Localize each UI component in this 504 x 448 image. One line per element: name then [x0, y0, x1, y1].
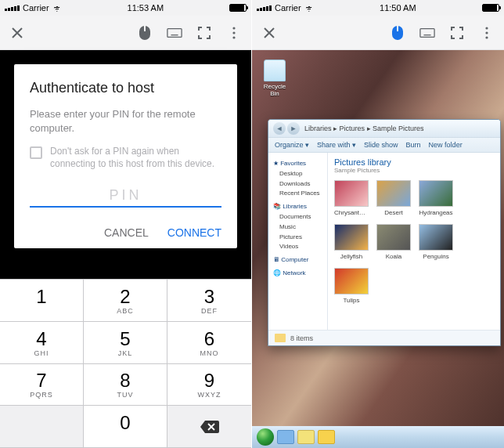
- svg-rect-1: [144, 25, 146, 31]
- thumbnail-caption: Chrysanthemum: [334, 209, 369, 216]
- taskbar-icon[interactable]: [297, 430, 315, 444]
- connect-button[interactable]: CONNECT: [167, 226, 221, 239]
- clock: 11:50 AM: [380, 3, 416, 13]
- recycle-bin-label: Recycle Bin: [261, 83, 288, 97]
- thumbnail-caption: Jellyfish: [334, 253, 369, 260]
- keypad-0[interactable]: 0: [84, 406, 167, 448]
- forward-button[interactable]: ►: [287, 122, 300, 135]
- signal-icon: [5, 5, 20, 11]
- remember-checkbox[interactable]: [30, 146, 42, 159]
- keypad-blank: [0, 406, 84, 448]
- sidebar-group: 📚 Libraries: [273, 202, 322, 212]
- thumbnail-caption: Hydrangeas: [419, 209, 453, 216]
- sidebar-item[interactable]: Pictures: [273, 233, 322, 243]
- cancel-button[interactable]: CANCEL: [104, 226, 149, 239]
- keypad-4[interactable]: 4GHI: [0, 322, 84, 364]
- picture-item[interactable]: Chrysanthemum: [334, 180, 369, 216]
- auth-dialog: Authenticate to host Please enter your P…: [14, 64, 237, 248]
- picture-item[interactable]: Desert: [376, 180, 411, 216]
- overflow-icon[interactable]: [226, 25, 242, 41]
- keypad-1[interactable]: 1: [0, 280, 84, 322]
- toolbar-item[interactable]: New folder: [429, 141, 463, 149]
- folder-icon: [275, 334, 286, 342]
- explorer-window[interactable]: ◄ ► Libraries ▸ Pictures ▸ Sample Pictur…: [268, 119, 501, 346]
- taskbar-icon[interactable]: [318, 430, 335, 444]
- thumbnail-image: [419, 224, 453, 251]
- keyboard-icon[interactable]: [419, 25, 435, 41]
- breadcrumb[interactable]: Libraries ▸ Pictures ▸ Sample Pictures: [304, 125, 424, 132]
- keypad-9[interactable]: 9WXYZ: [167, 364, 251, 406]
- sidebar-group[interactable]: 🖥 Computer: [273, 255, 322, 266]
- thumbnail-image: [419, 180, 453, 207]
- toolbar-item[interactable]: Organize ▾: [275, 141, 309, 149]
- thumbnail-caption: Koala: [376, 253, 411, 260]
- explorer-toolbar: Organize ▾Share with ▾Slide showBurnNew …: [268, 137, 500, 153]
- fullscreen-icon[interactable]: [449, 25, 465, 41]
- sidebar-item[interactable]: Documents: [273, 212, 322, 222]
- remote-stage: Authenticate to host Please enter your P…: [0, 50, 251, 448]
- sidebar-item[interactable]: Videos: [273, 242, 322, 252]
- keypad-5[interactable]: 5JKL: [84, 322, 167, 364]
- thumbnail-image: [376, 224, 411, 251]
- clock: 11:53 AM: [128, 3, 164, 13]
- picture-item[interactable]: Tulips: [334, 268, 369, 304]
- back-button[interactable]: ◄: [273, 122, 286, 135]
- picture-item[interactable]: Koala: [376, 224, 411, 260]
- svg-point-17: [485, 31, 488, 34]
- keyboard-icon[interactable]: [167, 25, 182, 41]
- sidebar-item[interactable]: Recent Places: [273, 189, 322, 199]
- status-bar: Carrier 11:53 AM: [0, 0, 251, 16]
- sidebar-item[interactable]: Music: [273, 222, 322, 233]
- close-icon[interactable]: [9, 25, 25, 41]
- thumbnail-image: [334, 180, 369, 207]
- app-toolbar: [252, 16, 504, 50]
- keypad-7[interactable]: 7PQRS: [0, 364, 84, 406]
- picture-item[interactable]: Hydrangeas: [419, 180, 453, 216]
- left-screenshot: Carrier 11:53 AM Authenti: [0, 0, 252, 448]
- toolbar-item[interactable]: Burn: [406, 141, 421, 149]
- thumbnail-image: [376, 180, 411, 207]
- close-icon[interactable]: [261, 25, 277, 41]
- toolbar-item[interactable]: Share with ▾: [317, 141, 356, 149]
- picture-item[interactable]: Penguins: [419, 224, 453, 260]
- recycle-bin[interactable]: Recycle Bin: [261, 60, 288, 97]
- remote-desktop[interactable]: Recycle Bin ◄ ► Libraries ▸ Pictures ▸ S…: [252, 50, 504, 448]
- overflow-icon[interactable]: [479, 25, 495, 41]
- explorer-footer: 8 items: [268, 330, 500, 345]
- svg-point-9: [232, 27, 235, 29]
- mouse-icon[interactable]: [390, 25, 405, 41]
- explorer-sidebar: ★ FavoritesDesktopDownloadsRecent Places…: [268, 153, 328, 330]
- carrier-label: Carrier: [23, 3, 49, 13]
- keypad-delete[interactable]: [167, 406, 251, 448]
- item-count: 8 items: [290, 334, 313, 342]
- keypad-2[interactable]: 2ABC: [84, 280, 167, 322]
- sidebar-group: ★ Favorites: [273, 159, 322, 169]
- keypad-6[interactable]: 6MNO: [167, 322, 251, 364]
- thumbnail-caption: Tulips: [334, 297, 369, 304]
- svg-point-10: [232, 31, 235, 34]
- svg-rect-2: [167, 28, 182, 37]
- taskbar-icon[interactable]: [277, 430, 294, 444]
- signal-icon: [257, 5, 272, 11]
- svg-point-11: [232, 36, 235, 38]
- keypad-3[interactable]: 3DEF: [167, 280, 251, 322]
- start-button[interactable]: [257, 428, 274, 446]
- pin-input[interactable]: [30, 184, 221, 208]
- taskbar[interactable]: [252, 426, 504, 448]
- app-toolbar: [0, 16, 251, 50]
- mouse-icon[interactable]: [137, 25, 153, 41]
- carrier-label: Carrier: [275, 3, 301, 13]
- picture-item[interactable]: Jellyfish: [334, 224, 369, 260]
- recycle-bin-icon: [264, 60, 286, 81]
- thumbnail-caption: Desert: [376, 209, 411, 216]
- keypad-8[interactable]: 8TUV: [84, 364, 167, 406]
- sidebar-group[interactable]: 🌐 Network: [273, 269, 322, 279]
- toolbar-item[interactable]: Slide show: [364, 141, 398, 149]
- explorer-titlebar[interactable]: ◄ ► Libraries ▸ Pictures ▸ Sample Pictur…: [268, 120, 500, 137]
- fullscreen-icon[interactable]: [196, 25, 212, 41]
- sidebar-item[interactable]: Downloads: [273, 179, 322, 190]
- sidebar-item[interactable]: Desktop: [273, 169, 322, 179]
- wifi-icon: [52, 5, 62, 12]
- status-bar: Carrier 11:50 AM: [252, 0, 504, 16]
- remember-label: Don't ask for a PIN again when connectin…: [50, 146, 221, 170]
